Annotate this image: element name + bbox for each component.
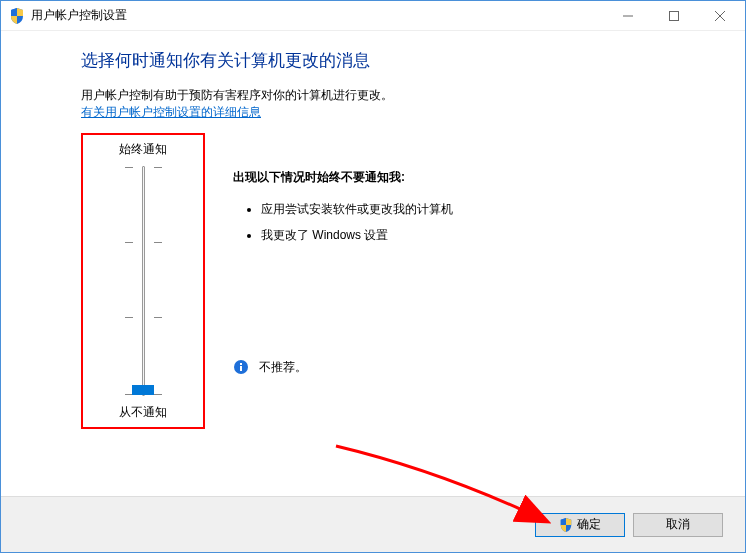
- titlebar: 用户帐户控制设置: [1, 1, 745, 31]
- ok-button[interactable]: 确定: [535, 513, 625, 537]
- notification-slider[interactable]: [89, 166, 197, 396]
- setting-list-item: 我更改了 Windows 设置: [261, 222, 653, 248]
- content-area: 选择何时通知你有关计算机更改的消息 用户帐户控制有助于预防有害程序对你的计算机进…: [1, 31, 745, 496]
- close-button[interactable]: [697, 1, 743, 30]
- shield-icon: [559, 518, 573, 532]
- recommendation: 不推荐。: [233, 359, 653, 376]
- slider-top-label: 始终通知: [119, 141, 167, 158]
- slider-bottom-label: 从不通知: [119, 404, 167, 421]
- slider-highlight-box: 始终通知 从不通知: [81, 133, 205, 429]
- maximize-button[interactable]: [651, 1, 697, 30]
- svg-rect-1: [670, 11, 679, 20]
- svg-rect-6: [240, 363, 242, 365]
- setting-list-item: 应用尝试安装软件或更改我的计算机: [261, 196, 653, 222]
- recommendation-text: 不推荐。: [259, 359, 307, 376]
- uac-settings-window: 用户帐户控制设置 选择何时通知你有关计算机更改的消息 用户帐户控制有助于预防有害…: [0, 0, 746, 553]
- setting-list: 应用尝试安装软件或更改我的计算机 我更改了 Windows 设置: [233, 196, 653, 249]
- window-title: 用户帐户控制设置: [31, 7, 605, 24]
- cancel-button[interactable]: 取消: [633, 513, 723, 537]
- info-icon: [233, 359, 249, 375]
- slider-track: [142, 166, 145, 396]
- shield-icon: [9, 8, 25, 24]
- cancel-button-label: 取消: [666, 516, 690, 533]
- ok-button-label: 确定: [577, 516, 601, 533]
- setting-title: 出现以下情况时始终不要通知我:: [233, 169, 653, 186]
- page-description: 用户帐户控制有助于预防有害程序对你的计算机进行更改。: [81, 86, 745, 104]
- window-controls: [605, 1, 743, 30]
- slider-thumb[interactable]: [132, 385, 154, 395]
- footer: 确定 取消: [1, 496, 745, 552]
- page-heading: 选择何时通知你有关计算机更改的消息: [81, 49, 745, 72]
- svg-rect-5: [240, 366, 242, 371]
- help-link[interactable]: 有关用户帐户控制设置的详细信息: [81, 104, 745, 121]
- main-area: 始终通知 从不通知 出现以下情况时始终不要通知我: 应用尝试安装软件或更改我的计…: [81, 133, 745, 429]
- minimize-button[interactable]: [605, 1, 651, 30]
- setting-description-panel: 出现以下情况时始终不要通知我: 应用尝试安装软件或更改我的计算机 我更改了 Wi…: [233, 133, 653, 429]
